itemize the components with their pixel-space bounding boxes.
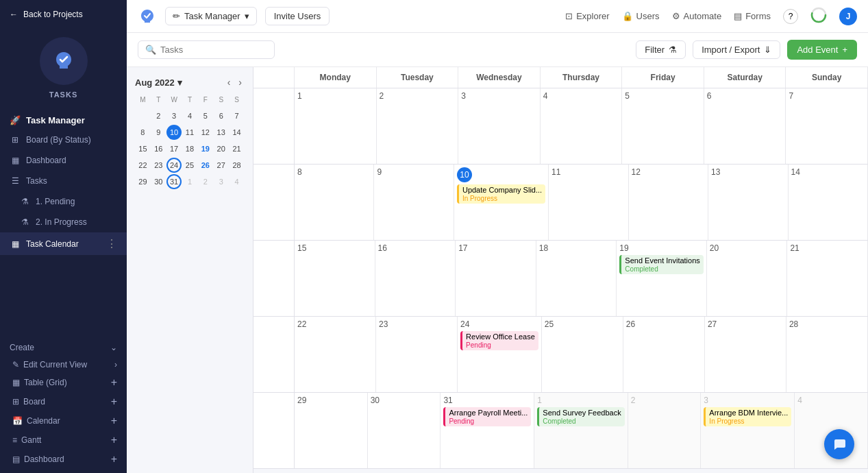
cal-cell-13[interactable]: 13 [708, 165, 788, 240]
user-avatar[interactable]: J [839, 8, 857, 25]
mini-cal-day[interactable]: 12 [198, 125, 213, 140]
back-to-projects[interactable]: ← Back to Projects [0, 0, 127, 29]
create-board[interactable]: ⊞ Board + [10, 392, 117, 411]
mini-cal-day[interactable]: 20 [214, 141, 229, 156]
mini-cal-day[interactable]: 18 [182, 141, 197, 156]
cal-cell-6[interactable]: 6 [704, 88, 786, 164]
cal-cell-15[interactable]: 15 [295, 241, 375, 316]
cal-cell-sep2[interactable]: 2 [628, 393, 702, 468]
automate-link[interactable]: ⚙ Automate [672, 11, 722, 21]
users-link[interactable]: 🔒 Users [622, 11, 660, 21]
mini-cal-day[interactable]: 13 [214, 125, 229, 140]
mini-cal-day[interactable]: 21 [230, 141, 245, 156]
sidebar-item-dashboard[interactable]: ▦ Dashboard [0, 150, 127, 171]
create-table[interactable]: ▦ Table (Grid) + [10, 373, 117, 392]
sidebar-item-inprogress[interactable]: ⚗ 2. In Progress [0, 212, 127, 232]
task-manager-button[interactable]: ✏ Task Manager ▾ [165, 7, 257, 25]
mini-cal-day[interactable]: 4 [182, 108, 197, 123]
table-plus-icon[interactable]: + [111, 376, 117, 389]
search-box[interactable]: 🔍 [138, 40, 275, 59]
mini-cal-day[interactable]: 4 [230, 174, 245, 189]
mini-cal-day[interactable]: 3 [166, 108, 182, 123]
mini-cal-day[interactable]: 11 [182, 125, 197, 140]
invite-users-button[interactable]: Invite Users [265, 7, 330, 25]
mini-cal-day-highlighted[interactable]: 19 [198, 141, 213, 156]
help-button[interactable]: ? [783, 9, 798, 24]
mini-cal-day[interactable]: 22 [135, 158, 150, 173]
mini-cal-day[interactable]: 25 [182, 158, 197, 173]
mini-cal-day[interactable]: 27 [214, 158, 229, 173]
cal-cell-25[interactable]: 25 [542, 317, 623, 392]
create-calendar[interactable]: 📅 Calendar + [10, 411, 117, 430]
sidebar-item-tasks[interactable]: ☰ Tasks [0, 171, 127, 191]
mini-cal-day[interactable]: 9 [151, 125, 166, 140]
mini-cal-day[interactable]: 8 [135, 125, 150, 140]
cal-cell-26[interactable]: 26 [623, 317, 705, 392]
cal-cell-28[interactable]: 28 [786, 317, 868, 392]
mini-cal-day[interactable]: 2 [151, 108, 166, 123]
cal-cell-17[interactable]: 17 [456, 241, 536, 316]
sidebar-item-board[interactable]: ⊞ Board (By Status) [0, 130, 127, 150]
gantt-plus-icon[interactable]: + [111, 434, 117, 446]
mini-cal-day[interactable]: 5 [198, 108, 213, 123]
cal-cell-10[interactable]: 10 Update Company Slid... In Progress [454, 165, 549, 240]
cal-cell-4[interactable]: 4 [541, 88, 623, 164]
mini-cal-day[interactable]: 6 [214, 108, 229, 123]
cal-cell-sep1[interactable]: 1 Send Survey Feedback Completed [534, 393, 628, 468]
event-arrange-payroll[interactable]: Arrange Payroll Meeti... Pending [443, 407, 531, 426]
cal-cell-30[interactable]: 30 [368, 393, 441, 468]
cal-cell-14[interactable]: 14 [789, 165, 868, 240]
cal-cell-27[interactable]: 27 [705, 317, 786, 392]
cal-cell-9[interactable]: 9 [374, 165, 454, 240]
sidebar-item-taskcalendar[interactable]: ▦ Task Calendar ⋮ [0, 232, 127, 255]
mini-cal-today[interactable]: 10 [166, 125, 182, 140]
mini-cal-day[interactable]: 16 [151, 141, 166, 156]
add-event-button[interactable]: Add Event + [787, 40, 857, 60]
filter-button[interactable]: Filter ⚗ [636, 40, 686, 59]
create-dashboard[interactable]: ▤ Dashboard + [10, 450, 117, 469]
board-plus-icon[interactable]: + [111, 396, 117, 408]
cal-plus-icon[interactable]: + [111, 415, 117, 427]
mini-cal-day[interactable]: 7 [230, 108, 245, 123]
create-header[interactable]: Create ⌄ [10, 343, 117, 356]
mini-cal-day[interactable]: 29 [135, 174, 150, 189]
cal-cell-3[interactable]: 3 [458, 88, 541, 164]
sidebar-item-pending[interactable]: ⚗ 1. Pending [0, 191, 127, 212]
cal-cell-19[interactable]: 19 Send Event Invitations Completed [617, 241, 706, 316]
mini-cal-day[interactable]: 28 [230, 158, 245, 173]
section-task-manager[interactable]: 🚀 Task Manager [0, 110, 127, 130]
event-arrange-bdm[interactable]: Arrange BDM Intervie... In Progress [704, 407, 791, 426]
mini-cal-day[interactable]: 2 [198, 174, 213, 189]
mini-cal-day-ring[interactable]: 24 [166, 158, 182, 173]
mini-cal-day[interactable]: 15 [135, 141, 150, 156]
cal-cell-12[interactable]: 12 [629, 165, 708, 240]
mini-cal-day[interactable]: 1 [182, 174, 197, 189]
cal-cell-11[interactable]: 11 [549, 165, 628, 240]
cal-cell-21[interactable]: 21 [787, 241, 868, 316]
cal-cell-18[interactable]: 18 [536, 241, 617, 316]
cal-cell-29[interactable]: 29 [295, 393, 368, 468]
taskcalendar-more-icon[interactable]: ⋮ [106, 237, 117, 250]
cal-cell-22[interactable]: 22 [295, 317, 376, 392]
mini-cal-day[interactable]: 23 [151, 158, 166, 173]
mini-cal-month-year[interactable]: Aug 2022 ▾ [135, 77, 182, 88]
event-update-company[interactable]: Update Company Slid... In Progress [457, 184, 545, 204]
mini-cal-prev-button[interactable]: ‹ [225, 75, 234, 89]
cal-cell-23[interactable]: 23 [376, 317, 458, 392]
event-send-invitations[interactable]: Send Event Invitations Completed [619, 255, 703, 274]
event-send-survey[interactable]: Send Survey Feedback Completed [537, 407, 624, 426]
mini-cal-next-button[interactable]: › [236, 75, 245, 89]
event-review-office[interactable]: Review Office Lease Pending [460, 331, 538, 350]
mini-cal-day-ring2[interactable]: 31 [166, 174, 182, 189]
import-export-button[interactable]: Import / Export ⇓ [693, 40, 780, 59]
mini-cal-day[interactable]: 17 [166, 141, 182, 156]
chat-button[interactable] [824, 429, 854, 459]
create-gantt[interactable]: ≡ Gantt + [10, 430, 117, 450]
cal-cell-sep3[interactable]: 3 Arrange BDM Intervie... In Progress [701, 393, 795, 468]
cal-cell-2[interactable]: 2 [377, 88, 459, 164]
cal-cell-1[interactable]: 1 [295, 88, 377, 164]
search-input[interactable] [160, 45, 267, 55]
forms-link[interactable]: ▤ Forms [734, 11, 771, 21]
explorer-link[interactable]: ⊡ Explorer [565, 11, 609, 21]
cal-cell-20[interactable]: 20 [707, 241, 788, 316]
